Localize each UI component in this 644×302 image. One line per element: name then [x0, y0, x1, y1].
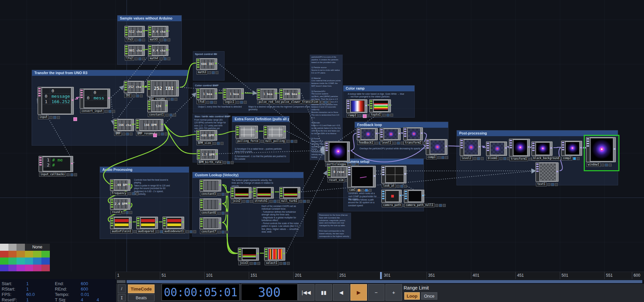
node-output-connector[interactable]	[108, 89, 110, 108]
node-input-connectors[interactable]	[114, 119, 117, 131]
node-input-connectors[interactable]	[110, 217, 114, 229]
node-input-connectors[interactable]	[200, 199, 203, 210]
node-flag[interactable]	[135, 38, 138, 41]
node-output-connector[interactable]	[215, 89, 217, 99]
palette-swatch[interactable]	[16, 265, 25, 272]
node-flag[interactable]	[445, 156, 448, 159]
node-flag[interactable]	[138, 57, 141, 60]
node-label[interactable]: reset_sim	[328, 178, 345, 182]
node-input-connectors[interactable]	[532, 142, 535, 155]
node-input-connectors[interactable]	[197, 150, 201, 159]
node-text1[interactable]: text1	[536, 162, 558, 182]
node-flag[interactable]	[390, 114, 393, 117]
resetf-value[interactable]: 1	[26, 297, 29, 302]
node-label[interactable]: select1	[265, 261, 279, 265]
node-input-connectors[interactable]	[460, 139, 464, 155]
node-pulling_force[interactable]: pulling_force	[236, 126, 258, 139]
scroll-handle[interactable]: ···	[117, 280, 126, 283]
node-flag[interactable]	[213, 142, 216, 145]
node-flag[interactable]	[443, 204, 446, 207]
node-output-connector[interactable]	[242, 89, 243, 99]
integer-mode-button[interactable]: I	[118, 294, 126, 301]
node-input-connectors[interactable]	[280, 187, 283, 198]
node-flag[interactable]	[157, 132, 160, 135]
ruler-tick-401[interactable]: 401	[471, 272, 479, 279]
node-flag[interactable]	[126, 211, 129, 214]
node-lfo2[interactable]: 981 chalfo2	[125, 45, 145, 56]
node-label[interactable]: constant7	[200, 230, 217, 234]
node-camera_path_null1[interactable]: camera_path_null1	[404, 190, 424, 203]
node-flag[interactable]	[283, 262, 286, 265]
node-particlesgpu[interactable]: particlesgpu	[325, 142, 350, 162]
node-flag[interactable]	[225, 231, 228, 234]
node-label[interactable]: transform2	[404, 141, 422, 145]
node-input-connectors[interactable]	[382, 166, 385, 183]
node-flag[interactable]	[397, 142, 400, 145]
palette-none-option[interactable]: None	[25, 244, 50, 251]
node-bloom1[interactable]: bloom1	[486, 142, 507, 156]
node-output-connector[interactable]	[374, 166, 375, 187]
node-look_at[interactable]: look_at	[381, 166, 406, 183]
node-flag[interactable]	[393, 142, 396, 145]
node-flag[interactable]	[138, 38, 141, 41]
node-input-connectors[interactable]	[236, 126, 239, 138]
once-button[interactable]: Once	[421, 292, 437, 300]
node-input-connectors[interactable]	[148, 26, 152, 37]
palette-swatch[interactable]	[25, 258, 33, 265]
node-constant7[interactable]: constant7	[200, 217, 221, 229]
node-output-connector[interactable]	[130, 217, 131, 229]
node-ramp1[interactable]: ramp1	[346, 99, 367, 113]
node-Frequency[interactable]: 1.69 BPMFrequency	[110, 179, 130, 191]
node-flag[interactable]	[236, 101, 239, 104]
node-reset_sim[interactable]: 0 resereset_sim	[327, 166, 349, 178]
node-output-connector[interactable]	[177, 81, 178, 96]
node-label[interactable]: math5	[148, 38, 159, 42]
node-output-connector[interactable]	[219, 218, 221, 229]
node-output-connector[interactable]	[257, 248, 259, 260]
node-output-connector[interactable]	[400, 190, 401, 202]
node-level2[interactable]: level2	[460, 139, 481, 156]
node-label[interactable]: Frequency	[110, 191, 128, 195]
node-input-connectors[interactable]	[197, 130, 200, 140]
node-flag[interactable]	[132, 192, 135, 195]
loop-button[interactable]: Loop	[404, 292, 420, 300]
node-flag[interactable]	[128, 192, 131, 195]
node-flag[interactable]	[320, 101, 324, 104]
node-flag[interactable]	[132, 94, 135, 97]
node-audiopara1[interactable]: audiopara1	[136, 217, 158, 229]
node-comp2[interactable]: comp2	[561, 141, 582, 156]
node-audiofilein1[interactable]: audiofilein1	[110, 217, 132, 229]
node-flag[interactable]	[500, 157, 503, 160]
palette-swatch[interactable]	[41, 258, 50, 265]
node-output-connector[interactable]	[399, 128, 400, 140]
node-flag[interactable]	[369, 189, 372, 192]
node-stretch1[interactable]: stretch1	[253, 187, 274, 199]
node-label[interactable]: comp2	[562, 156, 572, 160]
node-label[interactable]: pulse_slower_transition	[280, 100, 320, 104]
node-input-connectors[interactable]	[39, 156, 42, 172]
node-flag[interactable]	[140, 94, 143, 97]
node-input-connectors[interactable]	[200, 180, 203, 191]
node-flag[interactable]	[375, 142, 378, 145]
node-label[interactable]: input_callbacks	[39, 173, 66, 177]
node-flag[interactable]	[217, 142, 220, 145]
node-input-connectors[interactable]	[163, 217, 166, 229]
palette-swatch[interactable]	[16, 251, 25, 258]
node-label[interactable]: look_at	[382, 184, 396, 188]
palette-swatch[interactable]	[25, 251, 33, 258]
node-flag[interactable]	[577, 157, 580, 160]
node-label[interactable]: level2	[460, 156, 473, 160]
start-value[interactable]: 1	[26, 281, 29, 286]
palette-swatch[interactable]	[16, 258, 25, 265]
node-flag[interactable]	[404, 185, 407, 188]
node-label[interactable]: BPM_birth_rate	[197, 160, 223, 164]
node-input-connectors[interactable]	[110, 199, 114, 209]
node-input-connectors[interactable]	[404, 190, 408, 202]
node-flag[interactable]	[74, 173, 77, 176]
node-select1[interactable]: select1	[264, 248, 285, 261]
node-input-connectors[interactable]	[125, 26, 128, 37]
node-output-connector[interactable]	[156, 217, 158, 229]
ruler-tick-600[interactable]: 600	[632, 272, 640, 279]
node-transform2[interactable]: transform2	[403, 127, 423, 140]
node-output-connector[interactable]	[219, 199, 221, 210]
